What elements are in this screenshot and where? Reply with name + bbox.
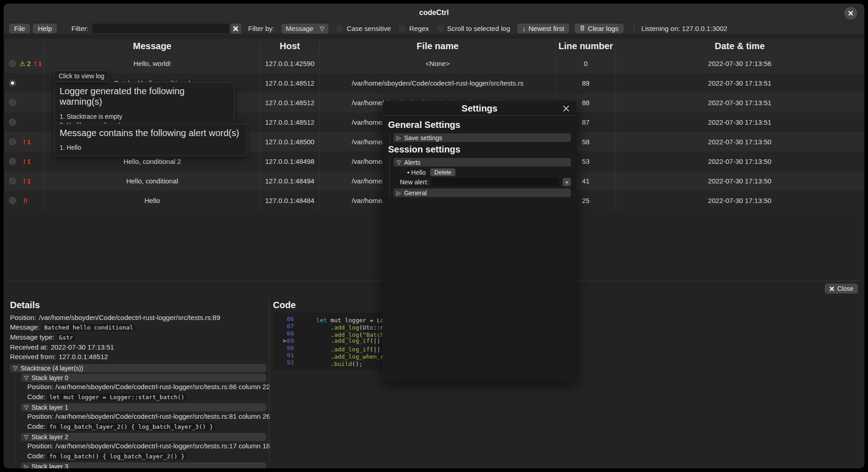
row-date: 2022-07-30 17:13:51: [616, 112, 863, 132]
window-close-button[interactable]: [844, 7, 857, 20]
line-number: >89: [277, 337, 294, 344]
layer-position-row: Position: /var/home/sboyden/Code/codectr…: [27, 441, 266, 451]
save-settings-button[interactable]: ▷ Save settings: [394, 133, 571, 142]
toolbar-checkbox-item: Regex: [398, 25, 429, 32]
row-selector-cell: ⚠ 2 ! 1: [5, 54, 45, 73]
line-number: 86: [277, 315, 294, 322]
filter-by-label: Filter by:: [248, 25, 275, 32]
code-source: .build();: [302, 360, 363, 367]
row-file: /var/home/sboyden/Code/codectrl-rust-log…: [320, 73, 556, 93]
row-selector-cell: [5, 112, 45, 132]
filter-input[interactable]: [92, 24, 229, 33]
row-file: <None>: [320, 54, 556, 73]
row-radio[interactable]: [9, 178, 16, 184]
stack-layer-header[interactable]: ▽ Stack layer 0: [21, 374, 266, 382]
menu-button[interactable]: File: [9, 24, 30, 33]
stack-layer: ▽ Stack layer 0 Position: /var/home/sboy…: [21, 374, 266, 402]
line-number: 90: [277, 345, 294, 351]
row-selector-cell: [5, 73, 45, 93]
stack-layer-header[interactable]: ▽ Stack layer 2: [21, 433, 266, 441]
field-label: Position:: [10, 314, 36, 321]
alert-word-row: • Hello Delete: [407, 168, 571, 176]
layer-position-row: Position: /var/home/sboyden/Code/codectr…: [27, 382, 266, 392]
new-alert-label: New alert:: [400, 178, 429, 186]
row-host: 127.0.0.1:48494: [260, 171, 320, 191]
toolbar-checkbox-item: Scroll to selected log: [436, 25, 510, 32]
col-line: Line number: [556, 39, 616, 54]
col-message: Message: [45, 39, 260, 54]
stack-layer-header[interactable]: ▷ Stack layer 3: [21, 462, 266, 468]
detail-field: Received from:127.0.0.1:48512: [10, 352, 266, 361]
triangle-down-icon: ▽: [13, 365, 17, 371]
toolbar-checkbox-item: Case sensitive: [336, 25, 391, 32]
row-radio[interactable]: [9, 80, 16, 86]
stack-layer-header[interactable]: ▽ Stack layer 1: [21, 403, 266, 411]
triangle-icon: ▷: [24, 463, 28, 468]
row-radio[interactable]: [9, 99, 16, 106]
close-icon: [562, 105, 570, 112]
settings-body: General Settings ▷ Save settings Session…: [383, 116, 576, 203]
alerts-collapsible-header[interactable]: ▽ Alerts: [394, 158, 571, 167]
filter-by-dropdown[interactable]: Message ▽: [282, 24, 328, 34]
triangle-icon: ▽: [24, 404, 28, 411]
field-value: 2022-07-30 17:13:51: [50, 343, 114, 351]
checkbox-label: Scroll to selected log: [447, 25, 510, 32]
row-radio[interactable]: [9, 119, 16, 126]
col-host: Host: [260, 39, 320, 54]
titlebar: codeCtrl: [4, 4, 864, 22]
checkbox[interactable]: [336, 25, 343, 32]
warning-popup: Logger generated the following warning(s…: [54, 82, 234, 123]
checkbox[interactable]: [436, 25, 444, 32]
stacktrace-header[interactable]: ▽ Stacktrace (4 layer(s)): [10, 364, 266, 372]
triangle-right-icon: ▷: [397, 190, 401, 196]
general-collapsible-header[interactable]: ▷ General: [394, 188, 571, 197]
triangle-icon: ▽: [24, 434, 28, 440]
line-number: 88: [277, 330, 294, 337]
row-date: 2022-07-30 17:13:50: [616, 152, 863, 171]
row-selector-cell: !!: [5, 191, 45, 210]
layer-code-row: Code: fn log_batch_layer_2() { log_batch…: [27, 421, 266, 432]
row-radio[interactable]: [9, 60, 16, 67]
col-date: Date & time: [616, 39, 863, 54]
toolbar-divider: [634, 25, 634, 33]
line-number: 91: [277, 352, 294, 359]
field-value: &str: [57, 334, 75, 341]
row-date: 2022-07-30 17:13:50: [616, 191, 863, 210]
table-row[interactable]: ⚠ 2 ! 1 Hello, world! 127.0.0.1:42590 <N…: [5, 54, 863, 73]
warning-item: 1. Stacktrace is empty: [60, 112, 229, 121]
row-radio[interactable]: [9, 138, 16, 145]
newest-first-button[interactable]: ↓ Newest first: [517, 24, 569, 33]
clear-filter-button[interactable]: [231, 24, 241, 34]
row-radio[interactable]: [9, 197, 16, 204]
new-alert-input[interactable]: [432, 178, 559, 186]
settings-titlebar: Settings: [383, 101, 576, 115]
delete-alert-button[interactable]: Delete: [430, 168, 456, 176]
new-alert-row: New alert: +: [400, 178, 571, 186]
add-alert-button[interactable]: +: [563, 178, 571, 186]
row-date: 2022-07-30 17:13:50: [616, 132, 863, 152]
stack-layer: ▷ Stack layer 3: [21, 462, 266, 468]
line-number: 87: [277, 323, 294, 330]
clear-logs-button[interactable]: Clear logs: [575, 24, 624, 33]
checkbox[interactable]: [398, 25, 406, 32]
settings-dialog: Settings General Settings ▷ Save setting…: [383, 101, 576, 381]
row-date: 2022-07-30 17:13:51: [616, 73, 863, 93]
row-message: Hello, conditional: [45, 171, 260, 191]
row-selector-cell: [5, 93, 45, 112]
row-selector-cell: ! 1: [5, 171, 45, 191]
triangle-right-icon: ▷: [397, 135, 401, 141]
settings-close-button[interactable]: [561, 103, 571, 113]
field-label: Message:: [10, 323, 40, 331]
triangle-down-icon: ▽: [397, 159, 401, 166]
menu-button[interactable]: Help: [33, 24, 57, 33]
row-selector-cell: ! 1: [5, 152, 45, 171]
alert-popup-items: 1. Hello: [60, 143, 242, 152]
row-radio[interactable]: [9, 158, 16, 165]
row-date: 2022-07-30 17:13:50: [616, 171, 863, 191]
close-details-button[interactable]: Close: [825, 284, 858, 294]
alert-count-badge: ! 1: [34, 60, 41, 67]
alert-count-badge: ! 1: [23, 138, 30, 146]
table-header: Message Host File name Line number Date …: [5, 39, 863, 54]
app-window: codeCtrl FileHelp Filter: Filter by: Mes…: [4, 4, 864, 468]
field-value: /var/home/sboyden/Code/codectrl-rust-log…: [39, 314, 221, 321]
